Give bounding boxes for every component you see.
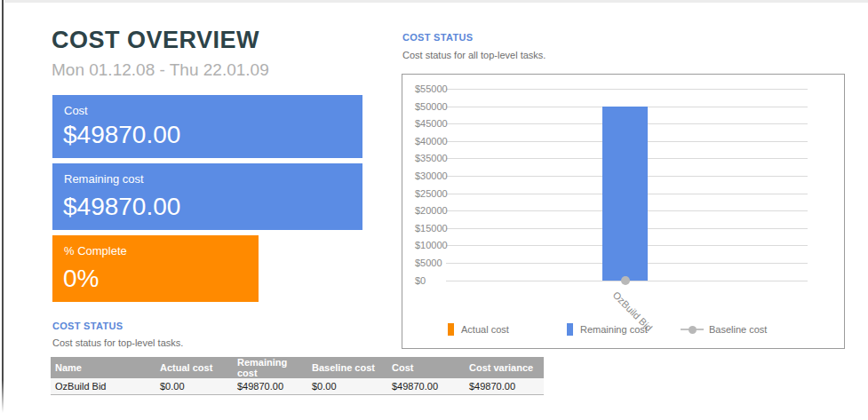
legend-line-dot-icon bbox=[681, 323, 704, 336]
cost-status-table: NameActual costRemaining costBaseline co… bbox=[51, 357, 544, 395]
baseline-cost-marker[interactable] bbox=[621, 276, 630, 285]
table-column-header: Cost variance bbox=[465, 357, 544, 378]
table-cell: $49870.00 bbox=[387, 378, 465, 395]
kpi-card-cost: Cost $49870.00 bbox=[52, 95, 362, 158]
page-title: COST OVERVIEW bbox=[52, 27, 259, 54]
table-cell: $0.00 bbox=[307, 378, 387, 395]
table-cell: $0.00 bbox=[155, 378, 233, 395]
table-column-header: Cost bbox=[387, 357, 465, 378]
legend-item-baseline-cost[interactable]: Baseline cost bbox=[681, 323, 767, 336]
y-axis-tick-label: $45000 bbox=[415, 118, 448, 129]
y-axis-tick-label: $0 bbox=[415, 275, 426, 286]
kpi-card-value: 0% bbox=[63, 265, 99, 293]
window-left-edge bbox=[2, 0, 4, 413]
kpi-card-value: $49870.00 bbox=[63, 193, 180, 221]
y-axis-tick-label: $55000 bbox=[415, 83, 448, 94]
table-cell: $49870.00 bbox=[465, 378, 544, 395]
kpi-card-percent-complete: % Complete 0% bbox=[52, 235, 259, 302]
table-header-row: NameActual costRemaining costBaseline co… bbox=[51, 357, 544, 378]
legend-label: Remaining cost bbox=[580, 324, 648, 335]
table-column-header: Actual cost bbox=[155, 357, 233, 378]
table-column-header: Baseline cost bbox=[307, 357, 387, 378]
y-axis-tick-label: $40000 bbox=[415, 136, 448, 147]
kpi-card-value: $49870.00 bbox=[63, 121, 180, 149]
chart-section-heading: COST STATUS bbox=[402, 32, 473, 43]
bar-remaining-cost[interactable] bbox=[602, 107, 648, 280]
legend-label: Actual cost bbox=[461, 324, 509, 335]
y-axis-tick-label: $20000 bbox=[415, 205, 448, 216]
table-cell: $49870.00 bbox=[233, 378, 307, 395]
table-cell: OzBuild Bid bbox=[51, 378, 155, 395]
table-column-header: Remaining cost bbox=[233, 357, 307, 378]
kpi-card-label: % Complete bbox=[64, 244, 127, 258]
table-column-header: Name bbox=[51, 357, 155, 378]
y-axis-tick-label: $35000 bbox=[415, 153, 448, 163]
kpi-card-remaining-cost: Remaining cost $49870.00 bbox=[52, 163, 362, 230]
y-axis-tick-label: $5000 bbox=[415, 258, 442, 268]
kpi-card-label: Remaining cost bbox=[64, 172, 144, 186]
y-axis-tick-label: $10000 bbox=[415, 240, 448, 250]
kpi-card-label: Cost bbox=[64, 104, 88, 117]
cost-status-chart: $55000$50000$45000$40000$35000$30000$250… bbox=[402, 74, 845, 349]
date-range: Mon 01.12.08 - Thu 22.01.09 bbox=[52, 60, 269, 80]
window-top-strip bbox=[4, 0, 868, 3]
table-section-heading: COST STATUS bbox=[52, 321, 123, 331]
y-axis-tick-label: $25000 bbox=[415, 188, 448, 199]
y-axis-tick-label: $15000 bbox=[415, 223, 448, 234]
legend-item-actual-cost[interactable]: Actual cost bbox=[448, 323, 509, 336]
table-section-subheading: Cost status for top-level tasks. bbox=[52, 337, 183, 348]
y-axis-tick-label: $30000 bbox=[415, 170, 448, 181]
legend-label: Baseline cost bbox=[709, 324, 767, 335]
gridline bbox=[446, 89, 808, 90]
y-axis-tick-label: $50000 bbox=[415, 101, 448, 112]
legend-color-swatch bbox=[567, 323, 573, 336]
chart-section-subheading: Cost status for all top-level tasks. bbox=[402, 50, 545, 60]
legend-color-swatch bbox=[448, 323, 454, 336]
legend-item-remaining-cost[interactable]: Remaining cost bbox=[567, 323, 648, 336]
table-row[interactable]: OzBuild Bid$0.00$49870.00$0.00$49870.00$… bbox=[51, 378, 544, 395]
